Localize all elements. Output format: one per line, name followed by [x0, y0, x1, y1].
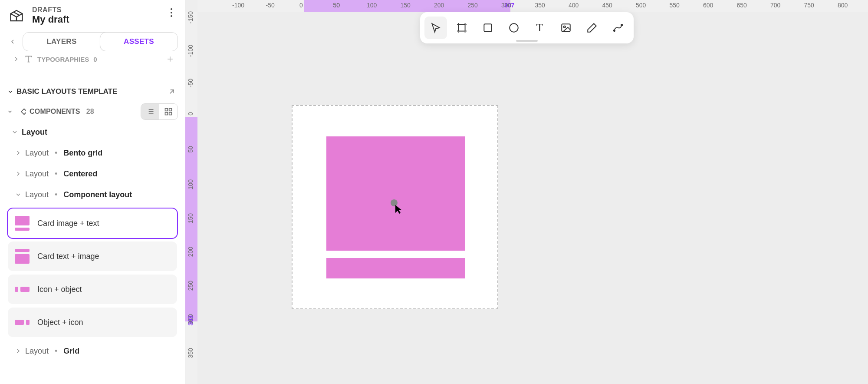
ruler-tick: 800 — [838, 2, 848, 9]
tool-pointer[interactable] — [424, 17, 447, 39]
svg-rect-13 — [169, 109, 172, 111]
ruler-tick: 750 — [804, 2, 814, 9]
section-typographies[interactable]: TYPOGRAPHIES 0 — [0, 54, 185, 64]
ruler-tick: -100 — [187, 45, 194, 57]
ruler-tick: 200 — [187, 247, 194, 257]
tool-ellipse[interactable] — [503, 17, 525, 39]
ruler-tick: 300 — [187, 314, 194, 324]
tab-assets[interactable]: ASSETS — [100, 32, 178, 51]
svg-rect-16 — [458, 24, 465, 31]
ruler-tick: 250 — [187, 281, 194, 291]
preview-text-block — [326, 258, 466, 278]
component-thumb-icon — [15, 315, 30, 330]
component-icon — [16, 107, 26, 116]
tree-group-bento-grid[interactable]: Layout • Bento grid — [8, 142, 177, 163]
pen-icon — [586, 22, 598, 33]
ruler-horizontal[interactable]: 307 50-100-50050100150200250300350400450… — [197, 0, 868, 12]
list-view-button[interactable] — [141, 104, 159, 119]
rectangle-icon — [482, 22, 493, 33]
ruler-vertical[interactable]: 303 -150-100-50050100150200250300350 — [185, 12, 197, 384]
tab-layers[interactable]: LAYERS — [23, 33, 100, 51]
component-object-icon[interactable]: Object + icon — [8, 308, 177, 337]
sidebar: DRAFTS My draft LAYERS ASSETS TYPOGRAPHI… — [0, 0, 185, 384]
svg-line-4 — [170, 90, 174, 93]
svg-rect-5 — [21, 109, 26, 115]
more-menu-icon[interactable] — [165, 6, 178, 19]
chevron-left-icon[interactable] — [7, 36, 18, 47]
chevron-right-icon — [15, 170, 22, 177]
list-icon — [146, 107, 155, 116]
toolbar-drag-handle[interactable] — [516, 40, 538, 42]
components-toggle[interactable]: COMPONENTS 28 — [7, 107, 94, 116]
curve-icon — [612, 22, 624, 33]
canvas[interactable] — [197, 12, 868, 384]
svg-rect-15 — [169, 113, 172, 115]
pointer-icon — [430, 22, 441, 33]
chevron-right-icon — [12, 55, 20, 63]
preview-image-block — [326, 136, 466, 251]
tool-text[interactable]: T — [529, 17, 551, 39]
ruler-tick: 300 — [501, 2, 511, 9]
ruler-tick: 650 — [737, 2, 747, 9]
ruler-tick: 150 — [187, 213, 194, 223]
ruler-tick: 350 — [187, 348, 194, 358]
svg-rect-19 — [562, 24, 570, 31]
canvas-area: 307 50-100-50050100150200250300350400450… — [185, 0, 868, 384]
ruler-tick: -100 — [232, 2, 244, 9]
ruler-tick: 100 — [187, 179, 194, 189]
chevron-down-icon — [7, 88, 14, 95]
tool-rectangle[interactable] — [477, 17, 499, 39]
components-header: COMPONENTS 28 — [0, 102, 185, 122]
app-logo-icon[interactable] — [7, 6, 26, 25]
open-external-icon[interactable] — [168, 87, 176, 96]
ruler-tick: 50 — [187, 146, 194, 153]
tool-frame[interactable] — [450, 17, 473, 39]
ruler-tick: 450 — [602, 2, 612, 9]
ruler-tick: -50 — [266, 2, 275, 9]
ruler-tick: 500 — [636, 2, 646, 9]
tool-image[interactable] — [555, 17, 577, 39]
section-basic-layouts-template[interactable]: BASIC LAYOUTS TEMPLATE — [0, 82, 185, 102]
add-icon[interactable] — [166, 55, 174, 63]
ruler-tick: -50 — [187, 79, 194, 87]
svg-point-20 — [563, 26, 565, 28]
ruler-tick: 550 — [670, 2, 680, 9]
page-title[interactable]: My draft — [32, 14, 69, 25]
chevron-right-icon — [15, 149, 22, 156]
ruler-tick: 700 — [770, 2, 780, 9]
component-thumb-icon — [15, 249, 30, 264]
tree-group-layout[interactable]: Layout — [8, 122, 177, 142]
chevron-down-icon — [15, 191, 22, 198]
chevron-down-icon — [7, 109, 13, 115]
ruler-tick: 400 — [569, 2, 579, 9]
tool-curve[interactable] — [607, 17, 629, 39]
svg-rect-17 — [484, 24, 491, 31]
chevron-right-icon — [15, 348, 22, 354]
svg-point-18 — [510, 23, 518, 32]
tree-group-component-layout[interactable]: Layout • Component layout — [8, 184, 177, 205]
ruler-tick: 100 — [367, 2, 377, 9]
tree-group-grid[interactable]: Layout • Grid — [8, 341, 177, 361]
component-card-image-text[interactable]: Card image + text — [8, 209, 177, 238]
component-card-text-image[interactable]: Card text + image — [8, 242, 177, 271]
floating-toolbar[interactable]: T — [420, 12, 634, 43]
breadcrumb[interactable]: DRAFTS — [32, 6, 69, 14]
svg-point-22 — [621, 24, 622, 26]
frame-icon — [456, 22, 467, 33]
ruler-tick: 600 — [703, 2, 713, 9]
ruler-tick: 150 — [401, 2, 411, 9]
view-toggle — [141, 103, 178, 120]
grid-view-button[interactable] — [159, 104, 178, 119]
component-thumb-icon — [15, 216, 30, 231]
component-thumb-icon — [15, 282, 30, 297]
tool-pen[interactable] — [581, 17, 603, 39]
ruler-tick: 350 — [535, 2, 545, 9]
tree-group-centered[interactable]: Layout • Centered — [8, 163, 177, 184]
ruler-tick: 0 — [299, 2, 303, 9]
grid-icon — [164, 107, 173, 116]
type-icon — [24, 55, 33, 63]
ruler-tick: 200 — [434, 2, 444, 9]
ruler-tick: -150 — [187, 11, 194, 23]
component-icon-object[interactable]: Icon + object — [8, 275, 177, 304]
ruler-tick: 50 — [333, 2, 340, 9]
